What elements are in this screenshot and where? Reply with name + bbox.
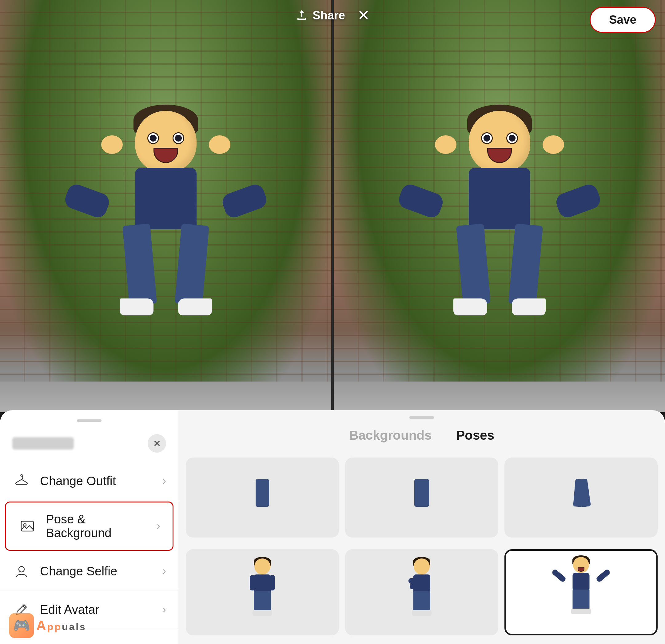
- pose-card-5[interactable]: [345, 549, 498, 636]
- change-selfie-label: Change Selfie: [40, 564, 153, 578]
- poses-grid: [178, 455, 665, 644]
- pose-background-label: Pose & Background: [46, 512, 147, 540]
- chevron-right-icon-3: ›: [163, 565, 166, 577]
- top-bar: Share ✕: [0, 0, 665, 31]
- tab-backgrounds[interactable]: Backgrounds: [349, 428, 432, 445]
- tabs-row: Backgrounds Poses: [178, 425, 665, 455]
- pose-card-3[interactable]: [505, 458, 658, 537]
- avatar-left: [98, 111, 233, 388]
- menu-item-change-outfit[interactable]: Change Outfit ›: [0, 462, 178, 500]
- user-name: [12, 437, 74, 449]
- pose-card-1[interactable]: [186, 458, 339, 537]
- close-button[interactable]: ✕: [357, 8, 370, 23]
- menu-item-pose-background[interactable]: Pose & Background ›: [5, 501, 173, 551]
- pose-card-2[interactable]: [345, 458, 498, 537]
- avatar-panel-left: [0, 0, 331, 412]
- share-label: Share: [312, 9, 345, 22]
- top-section: Share ✕ Save: [0, 0, 665, 412]
- watermark-text: Appuals: [36, 618, 87, 633]
- svg-rect-1: [21, 521, 34, 531]
- chevron-right-icon-2: ›: [156, 520, 160, 533]
- bottom-section: ✕ Change Outfit › Pose & Backgr: [0, 410, 665, 644]
- close-x-button[interactable]: ✕: [148, 434, 166, 453]
- share-button[interactable]: Share: [295, 9, 345, 22]
- left-panel-handle: [77, 419, 101, 422]
- selfie-icon: [12, 562, 31, 580]
- tab-poses[interactable]: Poses: [456, 428, 494, 445]
- chevron-right-icon: ›: [163, 475, 166, 487]
- share-icon: [295, 9, 308, 22]
- menu-item-change-selfie[interactable]: Change Selfie ›: [0, 552, 178, 590]
- pose-card-6[interactable]: [505, 549, 658, 636]
- left-menu-panel: ✕ Change Outfit › Pose & Backgr: [0, 410, 178, 644]
- avatar-panel-right: [334, 0, 665, 412]
- svg-point-3: [19, 567, 24, 572]
- avatar-right: [432, 111, 567, 388]
- change-outfit-label: Change Outfit: [40, 474, 153, 488]
- watermark: 🎮 Appuals: [9, 613, 87, 638]
- image-frame-icon: [18, 517, 37, 535]
- watermark-logo-icon: 🎮: [9, 613, 34, 638]
- svg-point-0: [21, 475, 22, 476]
- right-panel-handle: [410, 416, 434, 419]
- chevron-right-icon-4: ›: [163, 603, 166, 616]
- right-poses-panel: Backgrounds Poses: [178, 410, 665, 644]
- svg-point-2: [24, 524, 26, 526]
- hanger-icon: [12, 472, 31, 490]
- pose-card-4[interactable]: [186, 549, 339, 636]
